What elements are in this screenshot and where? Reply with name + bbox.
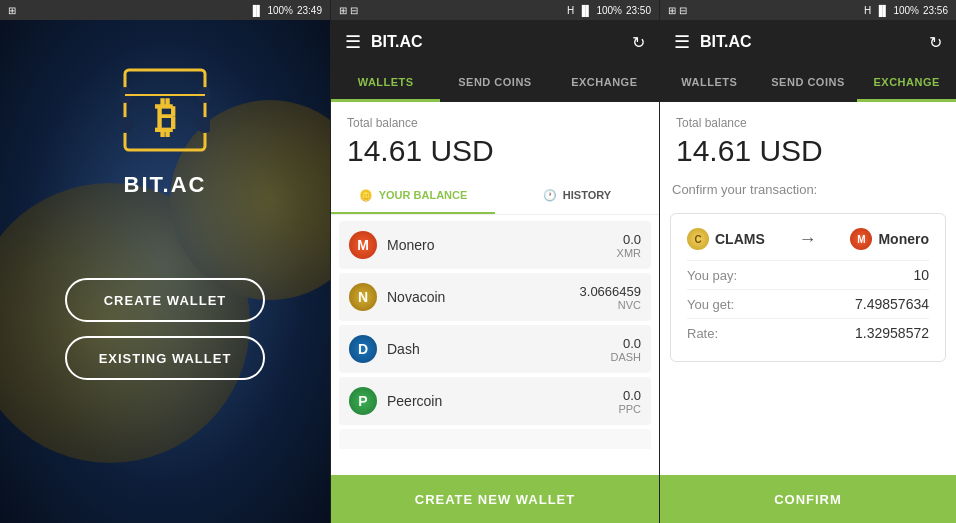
splash-content: ₿ BIT.AC CREATE WALLET EXISTING WALLET [0,20,330,394]
header-title-3: BIT.AC [700,33,919,51]
list-item[interactable]: N Novacoin 3.0666459 NVC [339,273,651,321]
exchange-arrow: → [799,229,817,250]
refresh-icon[interactable]: ↻ [632,33,645,52]
create-wallet-button[interactable]: CREATE WALLET [65,278,265,322]
sub-tabs: 🪙 YOUR BALANCE 🕐 HISTORY [331,178,659,215]
menu-icon-3[interactable]: ☰ [674,31,690,53]
status-bar-2: ⊞ ⊟ H ▐▌ 100% 23:50 [331,0,659,20]
app-header-3: ☰ BIT.AC ↻ [660,20,956,64]
coin-name-novacoin: Novacoin [387,289,570,305]
time-2: 23:50 [626,5,651,16]
coin-icon-small: 🪙 [359,189,373,202]
network-type-3: H [864,5,871,16]
battery-text: 100% [267,5,293,16]
tab-exchange-2[interactable]: EXCHANGE [550,64,659,102]
refresh-icon-3[interactable]: ↻ [929,33,942,52]
screen2-wallets: ⊞ ⊟ H ▐▌ 100% 23:50 ☰ BIT.AC ↻ WALLETS S… [330,0,660,523]
existing-wallet-button[interactable]: EXISTING WALLET [65,336,265,380]
sub-tab-balance[interactable]: 🪙 YOUR BALANCE [331,178,495,214]
tab-send-coins-3[interactable]: SEND COINS [759,64,858,102]
dash-coin-icon: D [349,335,377,363]
header-title-2: BIT.AC [371,33,622,51]
battery-3: 100% [893,5,919,16]
status-right-2: H ▐▌ 100% 23:50 [567,5,651,16]
tab-send-coins-2[interactable]: SEND COINS [440,64,549,102]
exchange-card: C CLAMS → M Monero You pay: 10 You get: … [670,213,946,362]
balance-section-3: Total balance 14.61 USD [660,102,956,178]
exchange-to: M Monero [850,228,929,250]
status-bar: ⊞ ▐▌ 100% 23:49 [0,0,330,20]
balance-section-2: Total balance 14.61 USD [331,102,659,178]
network-type: H [567,5,574,16]
app-name: BIT.AC [124,172,207,198]
main-tabs-2: WALLETS SEND COINS EXCHANGE [331,64,659,102]
svg-text:₿: ₿ [155,94,176,141]
balance-amount-3: 14.61 USD [676,134,940,168]
screen3-exchange: ⊞ ⊟ H ▐▌ 100% 23:56 ☰ BIT.AC ↻ WALLETS S… [660,0,956,523]
coin-amount-peercoin: 0.0 PPC [618,388,641,415]
tab-wallets-2[interactable]: WALLETS [331,64,440,102]
status-bar-3: ⊞ ⊟ H ▐▌ 100% 23:56 [660,0,956,20]
coin-list: M Monero 0.0 XMR N Novacoin 3.0666459 NV… [331,221,659,475]
svg-point-3 [120,117,133,133]
status-icons-3: ⊞ ⊟ [668,5,687,16]
tab-exchange-3[interactable]: EXCHANGE [857,64,956,102]
balance-label-2: Total balance [347,116,643,130]
coin-name-peercoin: Peercoin [387,393,608,409]
create-new-wallet-button[interactable]: CREATE NEW WALLET [331,475,659,523]
signal-icon: ▐▌ [249,5,263,16]
monero-coin-icon: M [349,231,377,259]
status-icons: ⊞ ⊟ [339,5,358,16]
confirm-button[interactable]: CONFIRM [660,475,956,523]
coin-amount-novacoin: 3.0666459 NVC [580,284,641,311]
menu-icon[interactable]: ☰ [345,31,361,53]
peercoin-coin-icon: P [349,387,377,415]
sub-tab-history[interactable]: 🕐 HISTORY [495,178,659,214]
list-item[interactable]: D Dash 0.0 DASH [339,325,651,373]
list-item[interactable]: M Monero 0.0 XMR [339,221,651,269]
balance-amount-2: 14.61 USD [347,134,643,168]
svg-point-4 [197,117,210,133]
app-header-2: ☰ BIT.AC ↻ [331,20,659,64]
coin-amount-monero: 0.0 XMR [617,232,641,259]
coin-name-dash: Dash [387,341,600,357]
tab-wallets-3[interactable]: WALLETS [660,64,759,102]
status-right-3: H ▐▌ 100% 23:56 [864,5,948,16]
coin-name-monero: Monero [387,237,607,253]
list-item[interactable]: P Peercoin 0.0 PPC [339,377,651,425]
list-item-partial [339,429,651,449]
signal-2: ▐▌ [578,5,592,16]
exchange-row-get: You get: 7.49857634 [687,289,929,318]
screen1-splash: ⊞ ▐▌ 100% 23:49 ₿ BIT.AC CREATE WALLET E… [0,0,330,523]
battery-2: 100% [596,5,622,16]
novacoin-coin-icon: N [349,283,377,311]
monero-exchange-icon: M [850,228,872,250]
exchange-pair-header: C CLAMS → M Monero [687,228,929,250]
confirm-label: Confirm your transaction: [660,178,956,203]
clams-icon: C [687,228,709,250]
status-right: ▐▌ 100% 23:49 [249,5,322,16]
exchange-row-pay: You pay: 10 [687,260,929,289]
main-tabs-3: WALLETS SEND COINS EXCHANGE [660,64,956,102]
signal-3: ▐▌ [875,5,889,16]
status-left-icon: ⊞ [8,5,16,16]
exchange-row-rate: Rate: 1.32958572 [687,318,929,347]
clock-icon: 🕐 [543,189,557,202]
time: 23:49 [297,5,322,16]
coin-amount-dash: 0.0 DASH [610,336,641,363]
balance-label-3: Total balance [676,116,940,130]
exchange-from: C CLAMS [687,228,765,250]
time-3: 23:56 [923,5,948,16]
app-logo: ₿ [120,60,210,160]
